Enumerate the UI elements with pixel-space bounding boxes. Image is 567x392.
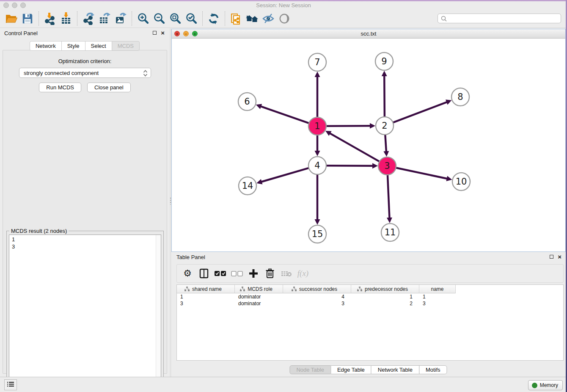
import-network-icon [44, 12, 56, 25]
search-icon [440, 15, 448, 22]
table-row[interactable]: 3 dominator 3 2 3 [177, 300, 563, 307]
graph-edge-1-6[interactable] [261, 106, 308, 123]
network-window-titlebar[interactable]: × − + scc.txt [172, 29, 565, 39]
home-button[interactable] [244, 11, 260, 26]
column-header-predecessor-nodes[interactable]: predecessor nodes [351, 285, 419, 293]
graph-edge-2-8[interactable] [394, 102, 447, 122]
float-table-panel-icon[interactable] [550, 255, 553, 259]
cell-mcds-role: dominator [235, 301, 283, 306]
column-header-name[interactable]: name [419, 285, 456, 293]
node-table: shared name MCDS role successor nodes pr… [176, 284, 564, 361]
task-history-button[interactable] [4, 379, 17, 390]
export-table-icon [98, 12, 111, 25]
result-line: 3 [12, 243, 161, 250]
graph-edge-3-1[interactable] [330, 133, 379, 161]
desktop-edge-top [0, 0, 567, 1]
tab-mcds[interactable]: MCDS [112, 41, 140, 51]
column-header-successor-nodes[interactable]: successor nodes [283, 285, 351, 293]
toolbar-divider [39, 11, 39, 26]
zoom-selected-button[interactable] [183, 11, 199, 26]
import-network-button[interactable] [42, 11, 58, 26]
close-table-panel-icon[interactable]: × [558, 255, 561, 259]
graph-edge-3-11[interactable] [388, 175, 390, 218]
table-panel-title: Table Panel [176, 254, 205, 260]
graph-node-label: 7 [314, 57, 320, 67]
show-columns-button[interactable] [198, 267, 210, 280]
mcds-result-text[interactable]: 1 3 [9, 235, 161, 388]
zoom-out-icon [153, 12, 165, 25]
checked-boxes-icon [215, 270, 226, 277]
graph-node-label: 2 [382, 121, 387, 131]
control-panel: Control Panel × Network Style Select MCD… [0, 28, 170, 377]
graph-node-label: 10 [456, 177, 467, 187]
column-type-icon [357, 287, 362, 291]
table-row[interactable]: 1 dominator 4 1 1 [177, 293, 563, 300]
tab-network[interactable]: Network [30, 41, 62, 51]
save-session-button[interactable] [19, 11, 36, 26]
create-column-button[interactable] [247, 267, 260, 280]
graph-edge-arrowhead [315, 219, 320, 225]
graph-edge-arrowhead [383, 151, 389, 157]
table-toolbar: ⚙ [176, 264, 564, 283]
graph-node-label: 4 [314, 160, 320, 171]
search-box[interactable] [438, 14, 561, 23]
app-titlebar: Session: New Session [0, 1, 567, 9]
zoom-selected-icon [185, 12, 198, 25]
graph-node-label: 11 [385, 227, 396, 237]
clone-network-button[interactable] [228, 11, 244, 26]
clone-network-icon [230, 12, 242, 25]
graph-edge-arrowhead [256, 104, 262, 109]
export-network-button[interactable] [80, 11, 96, 26]
search-input[interactable] [448, 16, 556, 22]
export-table-button[interactable] [96, 11, 113, 26]
graph-node-label: 15 [312, 229, 323, 239]
graph-edge-1-2[interactable] [327, 126, 370, 126]
graph-edge-2-9[interactable] [384, 76, 385, 116]
tab-node-table[interactable]: Node Table [289, 365, 331, 374]
open-file-button[interactable] [3, 11, 19, 26]
export-image-button[interactable] [113, 11, 129, 26]
memory-button[interactable]: Memory [528, 380, 563, 390]
graph-node-label: 3 [384, 161, 390, 171]
columns-icon [199, 268, 209, 279]
deselect-all-button[interactable] [231, 267, 243, 280]
network-view-window: × − + scc.txt 7968124314101511 [171, 29, 566, 252]
table-settings-button[interactable]: ⚙ [181, 267, 194, 280]
hide-graphics-details-button[interactable] [260, 11, 276, 26]
toolbar-divider [202, 11, 203, 26]
graph-node-label: 14 [242, 181, 253, 191]
tab-style[interactable]: Style [61, 41, 85, 51]
graph-edge-arrowhead [315, 72, 320, 77]
run-mcds-button[interactable]: Run MCDS [39, 83, 81, 92]
graph-edge-4-14[interactable] [261, 168, 308, 182]
select-all-button[interactable] [214, 267, 227, 280]
tab-network-table[interactable]: Network Table [371, 365, 419, 374]
column-header-shared-name[interactable]: shared name [177, 285, 235, 293]
zoom-out-button[interactable] [151, 11, 167, 26]
main-toolbar [0, 9, 567, 28]
close-panel-icon[interactable]: × [161, 31, 165, 35]
float-panel-icon[interactable] [153, 31, 157, 35]
show-graphics-details-button[interactable] [276, 11, 292, 26]
tab-motifs[interactable]: Motifs [419, 365, 447, 374]
import-table-button[interactable] [58, 11, 74, 26]
criterion-select[interactable]: strongly connected component [19, 68, 151, 78]
graph-node-label: 8 [457, 92, 463, 102]
graph-node-label: 9 [381, 56, 387, 66]
zoom-fit-button[interactable] [167, 11, 183, 26]
graph-edge-2-3[interactable] [385, 135, 386, 152]
zoom-in-button[interactable] [135, 11, 151, 26]
graph-canvas[interactable]: 7968124314101511 [172, 39, 565, 251]
column-header-mcds-role[interactable]: MCDS role [235, 285, 283, 293]
delete-column-button[interactable] [264, 267, 276, 280]
open-folder-icon [5, 12, 18, 25]
close-panel-button[interactable]: Close panel [87, 83, 131, 92]
tab-edge-table[interactable]: Edge Table [330, 365, 372, 374]
apply-layout-button[interactable] [206, 11, 222, 26]
tab-select[interactable]: Select [85, 41, 112, 51]
control-panel-tabs: Network Style Select MCDS [0, 41, 170, 51]
graph-edge-4-3[interactable] [327, 166, 373, 166]
result-scrollbar[interactable] [156, 235, 161, 387]
graph-edge-arrowhead [382, 71, 387, 76]
graph-edge-3-10[interactable] [396, 168, 447, 179]
